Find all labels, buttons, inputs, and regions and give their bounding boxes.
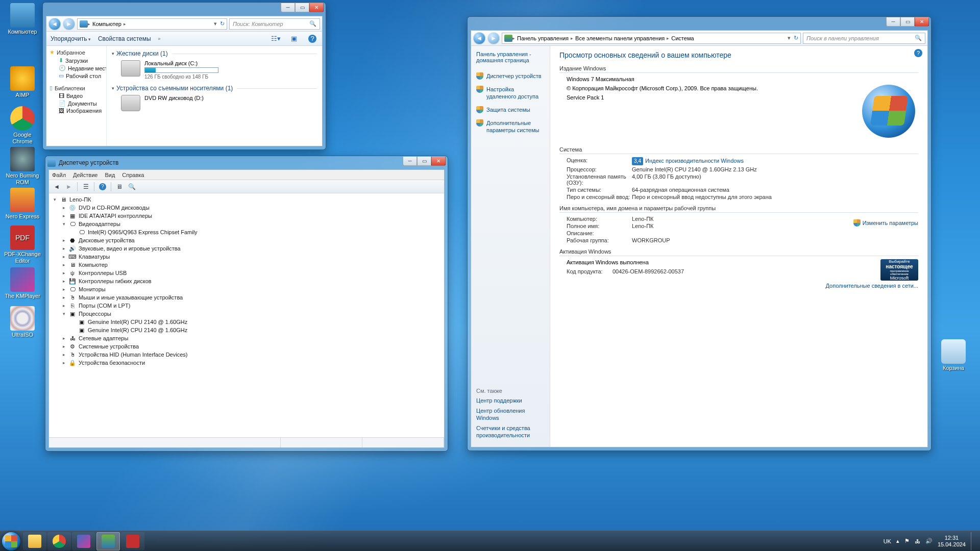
- category-hdd[interactable]: ▾Жесткие диски (1): [112, 50, 317, 57]
- desktop-icon-kmplayer[interactable]: The KMPlayer: [3, 267, 42, 299]
- help-button[interactable]: ?: [97, 182, 108, 192]
- language-indicator[interactable]: UK: [884, 538, 891, 544]
- see-also-perf[interactable]: Счетчики и средства производительности: [476, 424, 545, 439]
- maximize-button[interactable]: ▭: [295, 3, 309, 12]
- tree-node[interactable]: ▸🖥Компьютер: [52, 261, 441, 269]
- maximize-button[interactable]: ▭: [900, 17, 915, 27]
- back-button[interactable]: ◄: [473, 32, 485, 44]
- tree-node[interactable]: ▸💾Контроллеры гибких дисков: [52, 277, 441, 285]
- back-button[interactable]: ◄: [48, 18, 61, 30]
- clock[interactable]: 12:3115.04.2024: [938, 535, 966, 548]
- nav-desktop[interactable]: ▭Рабочий стол: [50, 72, 106, 80]
- minimize-button[interactable]: ─: [886, 17, 900, 27]
- close-button[interactable]: ✕: [915, 17, 929, 27]
- desktop-icon-computer[interactable]: Компьютер: [3, 3, 42, 35]
- tree-node[interactable]: ▾▣Процессоры: [52, 310, 441, 318]
- libraries-header[interactable]: ▯Библиотеки: [50, 85, 106, 91]
- nav-recent[interactable]: 🕘Недавние места: [50, 64, 106, 72]
- tree-node[interactable]: 🖵Intel(R) Q965/Q963 Express Chipset Fami…: [52, 228, 441, 236]
- scan-button[interactable]: 🖥: [114, 182, 125, 192]
- breadcrumb[interactable]: ▸ Компьютер ▸ ▾ ↻: [77, 18, 227, 30]
- desktop-icon-aimp[interactable]: AIMP: [3, 66, 42, 98]
- show-desktop-button[interactable]: [971, 532, 975, 550]
- menu-file[interactable]: Файл: [52, 172, 66, 178]
- see-also-action-center[interactable]: Центр поддержки: [476, 397, 545, 404]
- side-remote-link[interactable]: Настройка удаленного доступа: [476, 86, 545, 100]
- network-icon[interactable]: 🖧: [915, 538, 920, 544]
- tree-node[interactable]: ▸💿DVD и CD-ROM дисководы: [52, 204, 441, 212]
- c-drive[interactable]: Локальный диск (C:) 126 ГБ свободно из 1…: [121, 60, 317, 80]
- nav-videos[interactable]: 🎞Видео: [50, 92, 106, 99]
- side-devmgr-link[interactable]: Диспетчер устройств: [476, 72, 545, 80]
- taskbar-chrome[interactable]: [47, 532, 71, 550]
- tree-node[interactable]: ▸⎘Порты (COM и LPT): [52, 302, 441, 310]
- change-settings-link[interactable]: Изменить параметры: [853, 219, 918, 227]
- forward-button[interactable]: ►: [63, 182, 75, 192]
- desktop-icon-nero[interactable]: Nero Burning ROM: [3, 147, 42, 186]
- favorites-header[interactable]: ★Избранное: [50, 49, 106, 56]
- minimize-button[interactable]: ─: [281, 3, 295, 12]
- chevron-right-icon[interactable]: »: [158, 36, 161, 41]
- close-button[interactable]: ✕: [431, 157, 446, 166]
- action-center-icon[interactable]: ⚑: [904, 538, 910, 544]
- start-button[interactable]: [0, 531, 22, 552]
- desktop-icon-chrome[interactable]: Google Chrome: [3, 106, 42, 145]
- taskbar-explorer[interactable]: [23, 532, 46, 550]
- forward-button[interactable]: ►: [63, 18, 75, 30]
- more-online-link[interactable]: Дополнительные сведения в сети...: [826, 283, 919, 289]
- tree-node[interactable]: ▸⬣Дисковые устройства: [52, 236, 441, 244]
- breadcrumb[interactable]: ▸Панель управления ▸Все элементы панели …: [502, 33, 801, 44]
- side-protection-link[interactable]: Защита системы: [476, 106, 545, 113]
- device-tree[interactable]: ▾🖥Leno-ПК▸💿DVD и CD-ROM дисководы▸▦IDE A…: [49, 193, 444, 437]
- control-panel-home-link[interactable]: Панель управления - домашняя страница: [476, 51, 545, 63]
- tree-node[interactable]: ▸🖱Мыши и иные указывающие устройства: [52, 293, 441, 302]
- desktop-icon-pdf[interactable]: PDFPDF-XChange Editor: [3, 226, 42, 264]
- show-hidden-icons[interactable]: ▴: [896, 538, 899, 544]
- search-input[interactable]: Поиск: Компьютер🔍: [229, 18, 320, 30]
- menu-action[interactable]: Действие: [73, 172, 97, 178]
- explorer-titlebar[interactable]: ─ ▭ ✕: [43, 3, 326, 16]
- close-button[interactable]: ✕: [309, 3, 324, 12]
- tree-node[interactable]: ▸⌨Клавиатуры: [52, 253, 441, 261]
- wei-link[interactable]: Индекс производительности Windows: [645, 158, 744, 164]
- minimize-button[interactable]: ─: [403, 157, 417, 166]
- devmgr-titlebar[interactable]: Диспетчер устройств ─ ▭ ✕: [45, 156, 448, 169]
- back-button[interactable]: ◄: [51, 182, 62, 192]
- dropdown-icon[interactable]: ▾: [214, 20, 217, 27]
- side-advanced-link[interactable]: Дополнительные параметры системы: [476, 119, 545, 134]
- tree-node[interactable]: ▾🖵Видеоадаптеры: [52, 220, 441, 228]
- refresh-icon[interactable]: ↻: [220, 20, 225, 27]
- maximize-button[interactable]: ▭: [417, 157, 431, 166]
- tree-node[interactable]: ▸🔊Звуковые, видео и игровые устройства: [52, 244, 441, 253]
- taskbar-kmplayer[interactable]: [72, 532, 95, 550]
- volume-icon[interactable]: 🔊: [925, 538, 933, 544]
- tree-root[interactable]: ▾🖥Leno-ПК: [52, 195, 441, 204]
- desktop-icon-ultraiso[interactable]: UltraISO: [3, 306, 42, 338]
- see-also-update[interactable]: Центр обновления Windows: [476, 407, 545, 421]
- system-titlebar[interactable]: ─ ▭ ✕: [468, 17, 931, 30]
- tree-node[interactable]: ▣Genuine Intel(R) CPU 2140 @ 1.60GHz: [52, 318, 441, 326]
- dvd-drive[interactable]: DVD RW дисковод (D:): [121, 95, 317, 111]
- menu-view[interactable]: Вид: [105, 172, 115, 178]
- show-hidden-button[interactable]: ☰: [80, 182, 91, 192]
- view-menu[interactable]: ☷▾: [270, 34, 281, 44]
- tree-node[interactable]: ▸▦IDE ATA/ATAPI контроллеры: [52, 212, 441, 220]
- tree-node[interactable]: ▸🔒Устройства безопасности: [52, 359, 441, 367]
- tree-node[interactable]: ▸🖱Устройства HID (Human Interface Device…: [52, 350, 441, 359]
- search-input[interactable]: Поиск в панели управления🔍: [803, 33, 925, 44]
- dropdown-icon[interactable]: ▾: [788, 35, 791, 41]
- genuine-badge[interactable]: Выбирайте настоящее программное обеспече…: [880, 259, 918, 281]
- scan-hw-button[interactable]: 🔍: [126, 182, 137, 192]
- recycle-bin[interactable]: Корзина: [934, 339, 973, 371]
- tree-node[interactable]: ▣Genuine Intel(R) CPU 2140 @ 1.60GHz: [52, 326, 441, 334]
- nav-downloads[interactable]: ⬇Загрузки: [50, 57, 106, 64]
- tree-node[interactable]: ▸ψКонтроллеры USB: [52, 269, 441, 277]
- preview-pane-button[interactable]: ▣: [288, 34, 300, 44]
- system-properties-button[interactable]: Свойства системы: [98, 35, 151, 42]
- nav-documents[interactable]: 📄Документы: [50, 99, 106, 107]
- taskbar-pdf[interactable]: [121, 532, 144, 550]
- refresh-icon[interactable]: ↻: [794, 35, 798, 41]
- menu-help[interactable]: Справка: [122, 172, 144, 178]
- tree-node[interactable]: ▸🖵Мониторы: [52, 285, 441, 293]
- organize-menu[interactable]: Упорядочить: [51, 35, 91, 42]
